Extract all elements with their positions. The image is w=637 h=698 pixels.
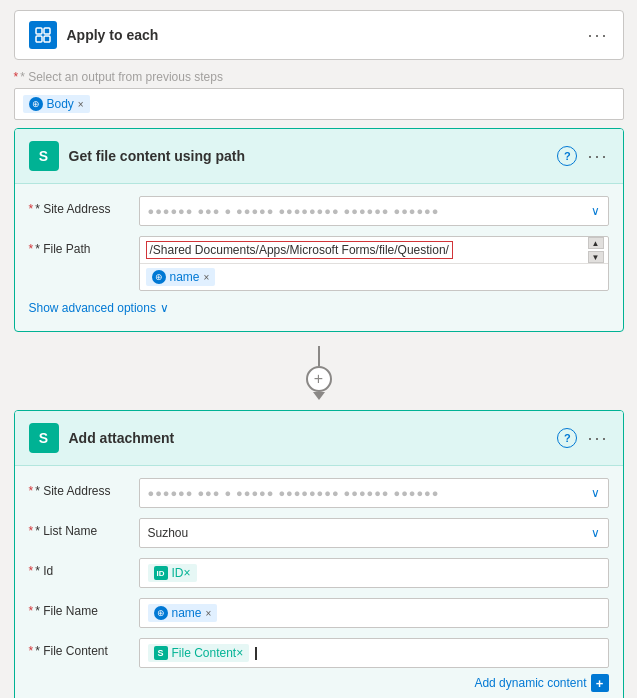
id-input-wrap: ID ID ×: [139, 558, 609, 588]
add-attachment-card-header: S Add attachment ? ···: [15, 411, 623, 466]
add-attachment-card: S Add attachment ? ··· ** Site Address ●…: [14, 410, 624, 698]
file-name-tag-text: name: [172, 606, 202, 620]
apply-to-each-header: Apply to each ···: [14, 10, 624, 60]
select-output-label: ** Select an output from previous steps: [14, 70, 624, 84]
name-tag: ⊕ name ×: [146, 268, 216, 286]
get-file-card: S Get file content using path ? ··· ** S…: [14, 128, 624, 332]
file-content-tag-close[interactable]: ×: [236, 646, 243, 660]
get-file-sharepoint-icon: S: [29, 141, 59, 171]
id-tag-close[interactable]: ×: [184, 566, 191, 580]
id-tag-icon: ID: [154, 566, 168, 580]
body-tag-text: Body: [47, 97, 74, 111]
add-dynamic-row: Add dynamic content +: [139, 674, 609, 692]
get-file-more-button[interactable]: ···: [587, 146, 608, 167]
name-tag-icon: ⊕: [152, 270, 166, 284]
text-cursor: [255, 647, 257, 660]
add-dynamic-content-button[interactable]: Add dynamic content +: [474, 674, 608, 692]
site-address-row: ** Site Address ●●●●●● ●●● ● ●●●●● ●●●●●…: [29, 196, 609, 226]
site-address-input[interactable]: ●●●●●● ●●● ● ●●●●● ●●●●●●●● ●●●●●● ●●●●●…: [139, 196, 609, 226]
file-path-input-wrap: /Shared Documents/Apps/Microsoft Forms/f…: [139, 236, 609, 291]
file-content-row: ** File Content S File Content × Add dyn…: [29, 638, 609, 692]
get-file-card-title: Get file content using path: [69, 148, 558, 164]
add-attachment-card-body: ** Site Address ●●●●●● ●●● ● ●●●●● ●●●●●…: [15, 466, 623, 698]
file-path-scroll-controls: ▲ ▼: [588, 237, 604, 263]
apply-to-each-title: Apply to each: [67, 27, 588, 43]
body-tag-icon: ⊕: [29, 97, 43, 111]
file-name-row: ** File Name ⊕ name ×: [29, 598, 609, 628]
add-dynamic-label: Add dynamic content: [474, 676, 586, 690]
id-row: ** Id ID ID ×: [29, 558, 609, 588]
file-name-tag-close[interactable]: ×: [206, 608, 212, 619]
name-tag-text: name: [170, 270, 200, 284]
select-output-input[interactable]: ⊕ Body ×: [14, 88, 624, 120]
id-tag-text: ID: [172, 566, 184, 580]
attach-site-address-dropdown-arrow: ∨: [591, 486, 600, 500]
file-path-top: /Shared Documents/Apps/Microsoft Forms/f…: [140, 237, 608, 264]
connector-arrow: [313, 392, 325, 400]
file-name-label: ** File Name: [29, 598, 139, 618]
file-path-bottom: ⊕ name ×: [140, 264, 608, 290]
attach-site-address-input-wrap: ●●●●●● ●●● ● ●●●●● ●●●●●●●● ●●●●●● ●●●●●…: [139, 478, 609, 508]
file-content-tag: S File Content ×: [148, 644, 250, 662]
file-name-tag-icon: ⊕: [154, 606, 168, 620]
apply-header-more-button[interactable]: ···: [587, 25, 608, 46]
add-attachment-sharepoint-icon: S: [29, 423, 59, 453]
attach-site-address-label: ** Site Address: [29, 478, 139, 498]
list-name-value: Suzhou: [148, 526, 189, 540]
add-attachment-more-button[interactable]: ···: [587, 428, 608, 449]
id-tag: ID ID ×: [148, 564, 197, 582]
svg-rect-2: [36, 36, 42, 42]
file-content-label: ** File Content: [29, 638, 139, 658]
show-advanced-chevron: ∨: [160, 301, 169, 315]
attach-site-address-input[interactable]: ●●●●●● ●●● ● ●●●●● ●●●●●●●● ●●●●●● ●●●●●…: [139, 478, 609, 508]
get-file-header-actions: ? ···: [557, 146, 608, 167]
attach-site-address-value: ●●●●●● ●●● ● ●●●●● ●●●●●●●● ●●●●●● ●●●●●…: [148, 487, 440, 499]
connector-line-top: [318, 346, 320, 366]
file-content-input[interactable]: S File Content ×: [139, 638, 609, 668]
svg-rect-1: [44, 28, 50, 34]
list-name-input[interactable]: Suzhou ∨: [139, 518, 609, 548]
list-name-label: ** List Name: [29, 518, 139, 538]
site-address-value: ●●●●●● ●●● ● ●●●●● ●●●●●●●● ●●●●●● ●●●●●…: [148, 205, 440, 217]
connector: +: [14, 346, 624, 400]
svg-rect-0: [36, 28, 42, 34]
scroll-down-button[interactable]: ▼: [588, 251, 604, 263]
file-content-input-wrap: S File Content × Add dynamic content +: [139, 638, 609, 692]
list-name-row: ** List Name Suzhou ∨: [29, 518, 609, 548]
file-name-input[interactable]: ⊕ name ×: [139, 598, 609, 628]
list-name-input-wrap: Suzhou ∨: [139, 518, 609, 548]
select-output-row: ** Select an output from previous steps …: [14, 70, 624, 120]
file-path-label: ** File Path: [29, 236, 139, 256]
body-tag: ⊕ Body ×: [23, 95, 90, 113]
loop-icon: [29, 21, 57, 49]
id-label: ** Id: [29, 558, 139, 578]
file-path-text: /Shared Documents/Apps/Microsoft Forms/f…: [146, 241, 453, 259]
add-attachment-help-button[interactable]: ?: [557, 428, 577, 448]
file-content-tag-text: File Content: [172, 646, 237, 660]
attach-site-address-row: ** Site Address ●●●●●● ●●● ● ●●●●● ●●●●●…: [29, 478, 609, 508]
add-dynamic-plus-icon: +: [591, 674, 609, 692]
list-name-dropdown-arrow: ∨: [591, 526, 600, 540]
file-name-input-wrap: ⊕ name ×: [139, 598, 609, 628]
show-advanced-label: Show advanced options: [29, 301, 156, 315]
file-path-container[interactable]: /Shared Documents/Apps/Microsoft Forms/f…: [139, 236, 609, 291]
file-name-tag: ⊕ name ×: [148, 604, 218, 622]
get-file-help-button[interactable]: ?: [557, 146, 577, 166]
get-file-card-header: S Get file content using path ? ···: [15, 129, 623, 184]
add-attachment-header-actions: ? ···: [557, 428, 608, 449]
get-file-card-body: ** Site Address ●●●●●● ●●● ● ●●●●● ●●●●●…: [15, 184, 623, 331]
add-attachment-card-title: Add attachment: [69, 430, 558, 446]
site-address-input-wrap: ●●●●●● ●●● ● ●●●●● ●●●●●●●● ●●●●●● ●●●●●…: [139, 196, 609, 226]
scroll-up-button[interactable]: ▲: [588, 237, 604, 249]
id-input[interactable]: ID ID ×: [139, 558, 609, 588]
connector-plus-button[interactable]: +: [306, 366, 332, 392]
site-address-label: ** Site Address: [29, 196, 139, 216]
svg-rect-3: [44, 36, 50, 42]
name-tag-close[interactable]: ×: [204, 272, 210, 283]
file-content-tag-icon: S: [154, 646, 168, 660]
file-path-row: ** File Path /Shared Documents/Apps/Micr…: [29, 236, 609, 291]
body-tag-close[interactable]: ×: [78, 99, 84, 110]
site-address-dropdown-arrow: ∨: [591, 204, 600, 218]
show-advanced-options[interactable]: Show advanced options ∨: [29, 301, 609, 315]
